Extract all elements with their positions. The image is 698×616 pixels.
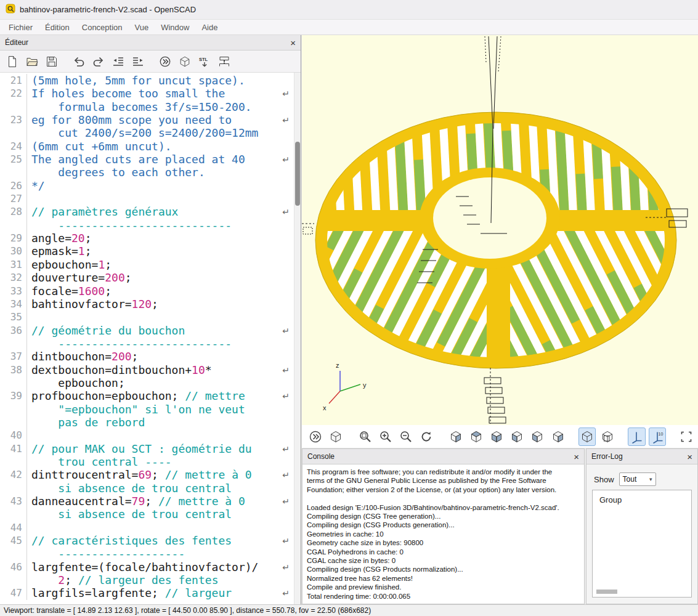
code-line[interactable]: 39profbouchon=epbouchon; // mettre↵ (0, 389, 301, 402)
undo-button[interactable] (70, 53, 87, 70)
code-line[interactable]: 21(5mm hole, 5mm for uncut space). (0, 74, 301, 87)
zoom-in-button[interactable] (377, 428, 394, 446)
menu-item-5[interactable]: Window (155, 20, 195, 35)
code-line[interactable]: 47largfils=largfente; // largeur↵ (0, 586, 301, 599)
code-text: // géométrie du bouchon (27, 324, 185, 337)
new-file-button[interactable] (4, 53, 21, 70)
code-line[interactable]: 45// caractéristiques des fentes↵ (0, 534, 301, 547)
code-line[interactable]: si absence de trou central (0, 482, 301, 495)
line-number (0, 376, 27, 389)
menu-item-3[interactable]: Conception (76, 20, 129, 35)
errorlog-filter-select[interactable]: Tout ▾ (619, 472, 656, 486)
show-axes-button[interactable] (628, 428, 645, 446)
editor-scrollbar-thumb[interactable] (295, 142, 300, 206)
code-line[interactable]: degrees to each other. (0, 166, 301, 179)
console-line: Compile and preview finished. (307, 583, 580, 591)
line-number (0, 126, 27, 139)
code-line[interactable]: 40 (0, 429, 301, 442)
menu-item-1[interactable]: Fichier (2, 20, 39, 35)
code-text: focale=1600; (27, 285, 112, 298)
export-stl-button[interactable]: STL (196, 53, 213, 70)
code-line[interactable]: 24(6mm cut +6mm uncut). (0, 140, 301, 153)
code-line[interactable]: epbouchon; (0, 376, 301, 389)
code-line[interactable]: 30epmask=1; (0, 245, 301, 257)
code-line[interactable]: 26*/ (0, 179, 301, 192)
save-file-button[interactable] (43, 53, 60, 70)
code-line[interactable]: 38dextbouchon=dintbouchon+10*↵ (0, 363, 301, 376)
code-line[interactable]: 44 (0, 521, 301, 534)
menu-item-4[interactable]: Vue (129, 20, 155, 35)
code-line[interactable]: 25The angled cuts are placed at 40↵ (0, 153, 301, 166)
preview-button[interactable] (307, 428, 324, 446)
wrap-indicator-icon: ↵ (282, 364, 290, 376)
code-line[interactable]: -------------------------- (0, 219, 301, 232)
code-text: degrees to each other. (27, 166, 205, 179)
view-left-button[interactable] (508, 428, 526, 446)
reset-view-button[interactable] (418, 428, 435, 446)
perspective-button[interactable] (578, 428, 596, 446)
code-line[interactable]: 2; // largeur des fentes (0, 573, 301, 586)
view-top-button[interactable] (468, 428, 485, 446)
editor-close-icon[interactable]: × (290, 38, 296, 47)
view-right-button[interactable] (447, 428, 464, 446)
code-line[interactable]: si absence de trou central (0, 508, 301, 521)
print-3d-button[interactable] (216, 53, 233, 70)
code-line[interactable]: 31epbouchon=1; (0, 258, 301, 271)
view-all-button[interactable] (678, 428, 695, 446)
code-line[interactable]: trou central ---- (0, 455, 301, 468)
code-line[interactable]: 35 (0, 310, 301, 323)
unindent-button[interactable] (110, 53, 127, 70)
code-line[interactable]: 33focale=1600; (0, 285, 301, 298)
code-line[interactable]: 42dinttroucentral=69; // mettre à 0↵ (0, 468, 301, 481)
code-line[interactable]: -------------------------- (0, 337, 301, 350)
code-line[interactable]: cut 2400/s=200 s=2400/200=12mm (0, 126, 301, 139)
view-front-button[interactable] (529, 428, 546, 446)
open-file-button[interactable] (23, 53, 41, 70)
viewport-canvas[interactable]: z y x (302, 35, 698, 425)
menu-item-2[interactable]: Édition (39, 20, 76, 35)
svg-text:10: 10 (658, 432, 663, 436)
render-button[interactable] (176, 53, 193, 70)
code-line[interactable]: 41// pour MAK ou SCT : géométrie du↵ (0, 442, 301, 455)
view-bottom-button[interactable] (488, 428, 505, 446)
console-line: Compiling design (CSG Tree generation)..… (307, 512, 580, 521)
code-line[interactable]: 29angle=20; (0, 232, 301, 245)
line-number: 38 (0, 363, 27, 376)
code-editor[interactable]: 21(5mm hole, 5mm for uncut space).22If h… (0, 73, 301, 604)
console-close-icon[interactable]: × (574, 452, 579, 461)
code-line[interactable]: formula becomes 3f/s=150-200. (0, 100, 301, 113)
viewport-3d[interactable]: z y x (302, 35, 698, 425)
code-line[interactable]: 37dintbouchon=200; (0, 350, 301, 363)
redo-button[interactable] (90, 53, 107, 70)
code-line[interactable]: 46largfente=(focale/bahtinovfactor)/↵ (0, 561, 301, 573)
preview-button[interactable] (156, 53, 174, 70)
orthogonal-button[interactable] (599, 428, 616, 446)
preview-icon (309, 430, 322, 444)
view-back-button[interactable] (550, 428, 567, 446)
code-line[interactable]: ------------------- (0, 547, 301, 560)
code-line[interactable]: "=epbouchon" si l'on ne veut (0, 403, 301, 416)
titlebar[interactable]: bahtinov-parametric-french-V2.scad - Ope… (0, 0, 698, 20)
show-scale-markers-button[interactable]: 10 (649, 428, 666, 446)
render-button[interactable] (327, 428, 344, 446)
code-line[interactable]: pas de rebord (0, 416, 301, 429)
zoom-out-button[interactable] (397, 428, 415, 446)
code-line[interactable]: 32douverture=200; (0, 271, 301, 284)
console-line: Compiling design (CSG Products generatio… (307, 521, 580, 529)
console-output[interactable]: This program is free software; you can r… (302, 464, 584, 604)
indent-button[interactable] (129, 53, 147, 70)
zoom-all-button[interactable] (356, 428, 373, 446)
code-line[interactable]: 22If holes become too small the↵ (0, 87, 301, 100)
code-line[interactable]: 34bahtinovfactor=120; (0, 298, 301, 310)
code-line[interactable]: 43danneaucentral=79; // mettre à 0↵ (0, 495, 301, 508)
code-text: // paramètres généraux (27, 205, 178, 218)
code-text: dinttroucentral=69; // mettre à 0 (27, 468, 252, 481)
errorlog-close-icon[interactable]: × (687, 452, 692, 461)
code-line[interactable]: 27 (0, 192, 301, 205)
code-line[interactable]: 28// paramètres généraux↵ (0, 205, 301, 218)
code-line[interactable]: 36// géométrie du bouchon↵ (0, 324, 301, 337)
errorlog-scrollbar-thumb[interactable] (596, 590, 617, 594)
code-line[interactable]: 23eg for 800mm scope you need to↵ (0, 113, 301, 126)
editor-scrollbar[interactable] (294, 73, 301, 604)
menu-item-6[interactable]: Aide (195, 20, 224, 35)
